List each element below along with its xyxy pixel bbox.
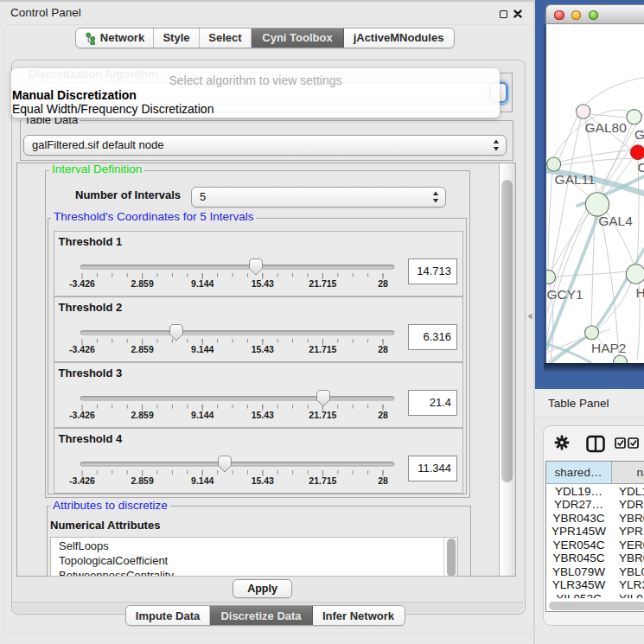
svg-text:HAP2: HAP2	[591, 341, 627, 355]
svg-text:2.859: 2.859	[131, 344, 153, 354]
svg-text:15.43: 15.43	[252, 278, 274, 289]
svg-text:15.43: 15.43	[252, 344, 274, 354]
svg-text:GAL4: GAL4	[598, 214, 633, 228]
svg-text:C: C	[638, 160, 644, 175]
svg-text:-3.426: -3.426	[69, 410, 95, 420]
svg-text:9.144: 9.144	[191, 278, 214, 289]
svg-text:2.859: 2.859	[131, 410, 153, 420]
svg-text:21.715: 21.715	[309, 475, 336, 486]
svg-text:-3.426: -3.426	[69, 475, 95, 486]
svg-text:H: H	[636, 285, 644, 300]
svg-text:15.43: 15.43	[252, 410, 274, 420]
svg-text:15.43: 15.43	[252, 475, 274, 486]
svg-text:-3.426: -3.426	[69, 278, 95, 289]
svg-text:28: 28	[378, 278, 388, 289]
svg-text:9.144: 9.144	[191, 344, 214, 354]
svg-text:21.715: 21.715	[309, 278, 336, 289]
svg-text:21.715: 21.715	[309, 410, 336, 420]
svg-text:28: 28	[378, 410, 388, 420]
svg-text:GCY1: GCY1	[547, 287, 583, 302]
svg-text:-3.426: -3.426	[69, 344, 95, 354]
svg-text:28: 28	[378, 475, 388, 486]
svg-text:9.144: 9.144	[191, 475, 214, 486]
svg-text:21.715: 21.715	[309, 344, 336, 354]
svg-text:GAL80: GAL80	[585, 120, 628, 135]
svg-text:9.144: 9.144	[191, 410, 214, 420]
svg-text:2.859: 2.859	[131, 475, 153, 486]
svg-text:2.859: 2.859	[131, 278, 153, 289]
svg-text:G.: G.	[634, 127, 644, 142]
svg-text:GAL11: GAL11	[555, 172, 596, 187]
svg-text:28: 28	[378, 344, 388, 354]
